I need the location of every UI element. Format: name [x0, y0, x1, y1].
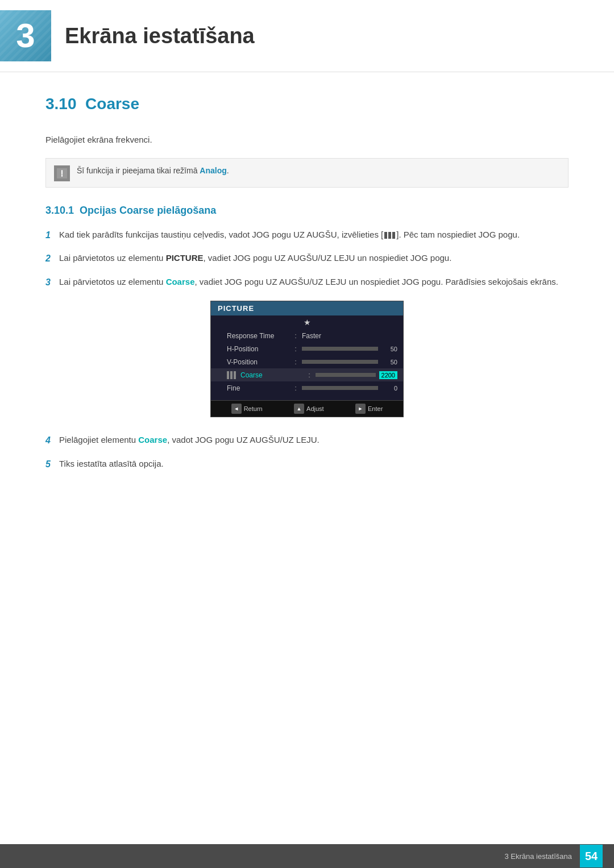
osd-star: ★ [211, 315, 403, 329]
menu-icon-inline [384, 232, 395, 239]
section-heading: 3.10 Coarse [45, 95, 569, 118]
note-box: Šī funkcija ir pieejama tikai režīmā Ana… [45, 158, 569, 188]
main-content: 3.10 Coarse Pielāgojiet ekrāna frekvenci… [0, 89, 614, 517]
steps-list-cont: 4 Pielāgojiet elementu Coarse, vadot JOG… [45, 433, 569, 471]
steps-list: 1 Kad tiek parādīts funkcijas taustiņu c… [45, 228, 569, 290]
footer-page-number: 54 [580, 845, 603, 867]
note-icon [54, 165, 70, 181]
osd-footer: ◄ Return ▲ Adjust ► Enter [211, 400, 403, 417]
osd-row-coarse: Coarse : 2200 [211, 368, 403, 381]
page-footer: 3 Ekrāna iestatīšana 54 [0, 844, 614, 868]
step-4: 4 Pielāgojiet elementu Coarse, vadot JOG… [45, 433, 569, 448]
section-description: Pielāgojiet ekrāna frekvenci. [45, 134, 569, 147]
osd-footer-adjust: ▲ Adjust [294, 404, 324, 414]
chapter-number-box: 3 [0, 10, 51, 61]
step-3: 3 Lai pārvietotos uz elementu Coarse, va… [45, 275, 569, 290]
chapter-title: Ekrāna iestatīšana [65, 24, 255, 48]
osd-footer-return: ◄ Return [231, 404, 263, 414]
note-text: Šī funkcija ir pieejama tikai režīmā Ana… [77, 164, 229, 177]
osd-header: PICTURE [211, 301, 403, 315]
chapter-header: 3 Ekrāna iestatīšana [0, 0, 614, 72]
osd-menu-icon [227, 371, 236, 379]
osd-row-fine: Fine : 0 [211, 381, 403, 394]
osd-row-vposition: V-Position : 50 [211, 355, 403, 368]
step-2: 2 Lai pārvietotos uz elementu PICTURE, v… [45, 251, 569, 266]
step-1: 1 Kad tiek parādīts funkcijas taustiņu c… [45, 228, 569, 243]
step-5: 5 Tiks iestatīta atlasītā opcija. [45, 457, 569, 472]
subsection-heading: 3.10.1 Opcijas Coarse pielāgošana [45, 205, 569, 217]
osd-row-response-time: Response Time : Faster [211, 329, 403, 342]
chapter-number: 3 [16, 19, 35, 53]
osd-menu: PICTURE ★ Response Time : Faster H-Posit… [210, 301, 404, 417]
footer-text: 3 Ekrāna iestatīšana [504, 852, 572, 861]
osd-container: PICTURE ★ Response Time : Faster H-Posit… [45, 301, 569, 417]
osd-row-hposition: H-Position : 50 [211, 342, 403, 355]
osd-footer-enter: ► Enter [355, 404, 383, 414]
